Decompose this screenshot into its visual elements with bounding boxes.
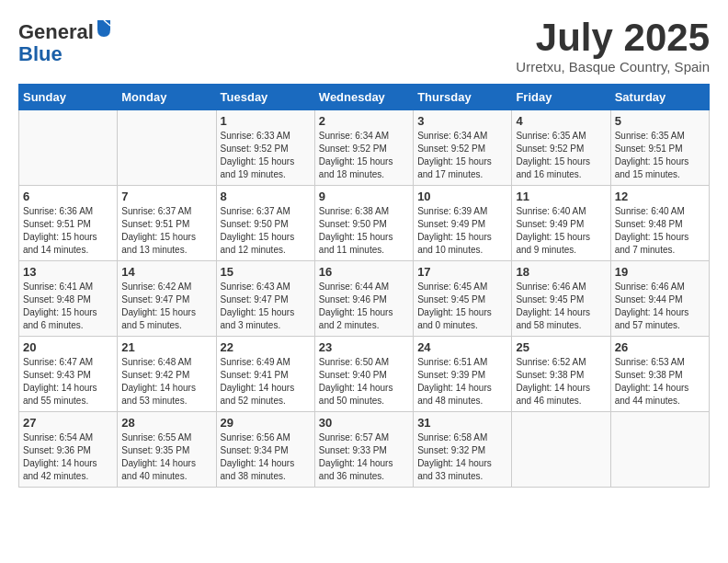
calendar-cell: 29Sunrise: 6:56 AMSunset: 9:34 PMDayligh…: [216, 412, 314, 488]
day-info: Sunrise: 6:46 AMSunset: 9:45 PMDaylight:…: [516, 281, 606, 332]
day-number: 18: [516, 265, 606, 279]
calendar-cell: 7Sunrise: 6:37 AMSunset: 9:51 PMDaylight…: [118, 186, 216, 261]
calendar-cell: 24Sunrise: 6:51 AMSunset: 9:39 PMDayligh…: [414, 337, 512, 412]
calendar-cell: 14Sunrise: 6:42 AMSunset: 9:47 PMDayligh…: [118, 261, 216, 337]
day-number: 3: [417, 114, 507, 128]
weekday-header: Wednesday: [314, 85, 413, 110]
calendar-cell: 4Sunrise: 6:35 AMSunset: 9:52 PMDaylight…: [512, 110, 610, 186]
day-info: Sunrise: 6:37 AMSunset: 9:50 PMDaylight:…: [221, 205, 311, 257]
calendar-cell: 6Sunrise: 6:36 AMSunset: 9:51 PMDaylight…: [19, 186, 118, 261]
day-info: Sunrise: 6:42 AMSunset: 9:47 PMDaylight:…: [121, 281, 211, 332]
day-number: 25: [516, 340, 606, 354]
day-number: 7: [121, 190, 211, 203]
calendar-cell: 2Sunrise: 6:34 AMSunset: 9:52 PMDaylight…: [314, 110, 413, 186]
day-info: Sunrise: 6:49 AMSunset: 9:41 PMDaylight:…: [221, 356, 311, 408]
logo-blue: Blue: [18, 42, 63, 65]
day-number: 4: [516, 114, 606, 128]
day-number: 10: [417, 190, 507, 203]
weekday-header: Thursday: [414, 85, 512, 110]
calendar-cell: 8Sunrise: 6:37 AMSunset: 9:50 PMDaylight…: [216, 186, 314, 261]
day-info: Sunrise: 6:56 AMSunset: 9:34 PMDaylight:…: [221, 431, 311, 483]
day-number: 16: [319, 265, 409, 279]
day-number: 5: [615, 114, 705, 128]
calendar-cell: 17Sunrise: 6:45 AMSunset: 9:45 PMDayligh…: [414, 261, 512, 337]
day-info: Sunrise: 6:47 AMSunset: 9:43 PMDaylight:…: [23, 356, 113, 408]
day-info: Sunrise: 6:34 AMSunset: 9:52 PMDaylight:…: [417, 130, 507, 181]
day-info: Sunrise: 6:58 AMSunset: 9:32 PMDaylight:…: [417, 431, 507, 483]
day-number: 2: [319, 114, 409, 128]
calendar-cell: 21Sunrise: 6:48 AMSunset: 9:42 PMDayligh…: [118, 337, 216, 412]
calendar-cell: [19, 110, 118, 186]
calendar-cell: 20Sunrise: 6:47 AMSunset: 9:43 PMDayligh…: [19, 337, 118, 412]
calendar-week-row: 20Sunrise: 6:47 AMSunset: 9:43 PMDayligh…: [19, 337, 710, 412]
calendar-cell: 22Sunrise: 6:49 AMSunset: 9:41 PMDayligh…: [216, 337, 314, 412]
day-info: Sunrise: 6:39 AMSunset: 9:49 PMDaylight:…: [417, 205, 507, 257]
day-info: Sunrise: 6:54 AMSunset: 9:36 PMDaylight:…: [23, 431, 113, 483]
day-number: 29: [221, 416, 311, 430]
day-number: 27: [23, 416, 113, 430]
calendar-cell: 25Sunrise: 6:52 AMSunset: 9:38 PMDayligh…: [512, 337, 610, 412]
day-number: 12: [615, 190, 705, 203]
day-number: 11: [516, 190, 606, 203]
calendar-cell: 15Sunrise: 6:43 AMSunset: 9:47 PMDayligh…: [216, 261, 314, 337]
day-info: Sunrise: 6:37 AMSunset: 9:51 PMDaylight:…: [121, 205, 211, 257]
day-info: Sunrise: 6:38 AMSunset: 9:50 PMDaylight:…: [319, 205, 409, 257]
calendar-cell: 9Sunrise: 6:38 AMSunset: 9:50 PMDaylight…: [314, 186, 413, 261]
calendar-cell: 16Sunrise: 6:44 AMSunset: 9:46 PMDayligh…: [314, 261, 413, 337]
day-number: 24: [417, 340, 507, 354]
day-info: Sunrise: 6:55 AMSunset: 9:35 PMDaylight:…: [121, 431, 211, 483]
day-number: 15: [221, 265, 311, 279]
calendar-cell: [118, 110, 216, 186]
calendar-cell: 19Sunrise: 6:46 AMSunset: 9:44 PMDayligh…: [610, 261, 709, 337]
day-info: Sunrise: 6:40 AMSunset: 9:49 PMDaylight:…: [516, 205, 606, 257]
calendar-cell: 27Sunrise: 6:54 AMSunset: 9:36 PMDayligh…: [19, 412, 118, 488]
logo-icon: [96, 18, 112, 39]
day-info: Sunrise: 6:40 AMSunset: 9:48 PMDaylight:…: [615, 205, 705, 257]
calendar-cell: [610, 412, 709, 488]
weekday-header: Friday: [512, 85, 610, 110]
calendar-cell: 5Sunrise: 6:35 AMSunset: 9:51 PMDaylight…: [610, 110, 709, 186]
day-number: 30: [319, 416, 409, 430]
day-info: Sunrise: 6:34 AMSunset: 9:52 PMDaylight:…: [319, 130, 409, 181]
calendar-cell: 10Sunrise: 6:39 AMSunset: 9:49 PMDayligh…: [414, 186, 512, 261]
day-info: Sunrise: 6:43 AMSunset: 9:47 PMDaylight:…: [221, 281, 311, 332]
day-number: 19: [615, 265, 705, 279]
day-info: Sunrise: 6:50 AMSunset: 9:40 PMDaylight:…: [319, 356, 409, 408]
day-info: Sunrise: 6:35 AMSunset: 9:51 PMDaylight:…: [615, 130, 705, 181]
day-number: 13: [23, 265, 113, 279]
day-number: 20: [23, 340, 113, 354]
day-number: 22: [221, 340, 311, 354]
calendar-cell: 30Sunrise: 6:57 AMSunset: 9:33 PMDayligh…: [314, 412, 413, 488]
weekday-header: Saturday: [610, 85, 709, 110]
calendar-cell: 13Sunrise: 6:41 AMSunset: 9:48 PMDayligh…: [19, 261, 118, 337]
day-number: 1: [221, 114, 311, 128]
day-number: 21: [121, 340, 211, 354]
day-info: Sunrise: 6:45 AMSunset: 9:45 PMDaylight:…: [417, 281, 507, 332]
day-number: 6: [23, 190, 113, 203]
day-number: 28: [121, 416, 211, 430]
day-info: Sunrise: 6:36 AMSunset: 9:51 PMDaylight:…: [23, 205, 113, 257]
weekday-header: Tuesday: [216, 85, 314, 110]
title-block: July 2025 Urretxu, Basque Country, Spain: [516, 18, 710, 75]
calendar-cell: 18Sunrise: 6:46 AMSunset: 9:45 PMDayligh…: [512, 261, 610, 337]
day-info: Sunrise: 6:57 AMSunset: 9:33 PMDaylight:…: [319, 431, 409, 483]
day-number: 14: [121, 265, 211, 279]
day-number: 26: [615, 340, 705, 354]
weekday-header: Monday: [118, 85, 216, 110]
day-number: 8: [221, 190, 311, 203]
weekday-header-row: SundayMondayTuesdayWednesdayThursdayFrid…: [19, 85, 710, 110]
calendar-week-row: 6Sunrise: 6:36 AMSunset: 9:51 PMDaylight…: [19, 186, 710, 261]
day-info: Sunrise: 6:51 AMSunset: 9:39 PMDaylight:…: [417, 356, 507, 408]
calendar-table: SundayMondayTuesdayWednesdayThursdayFrid…: [18, 84, 710, 488]
calendar-cell: 11Sunrise: 6:40 AMSunset: 9:49 PMDayligh…: [512, 186, 610, 261]
calendar-cell: 3Sunrise: 6:34 AMSunset: 9:52 PMDaylight…: [414, 110, 512, 186]
day-number: 23: [319, 340, 409, 354]
month-title: July 2025: [516, 18, 710, 57]
day-number: 9: [319, 190, 409, 203]
day-info: Sunrise: 6:44 AMSunset: 9:46 PMDaylight:…: [319, 281, 409, 332]
calendar-cell: 28Sunrise: 6:55 AMSunset: 9:35 PMDayligh…: [118, 412, 216, 488]
calendar-week-row: 1Sunrise: 6:33 AMSunset: 9:52 PMDaylight…: [19, 110, 710, 186]
calendar-cell: 26Sunrise: 6:53 AMSunset: 9:38 PMDayligh…: [610, 337, 709, 412]
calendar-cell: 1Sunrise: 6:33 AMSunset: 9:52 PMDaylight…: [216, 110, 314, 186]
calendar-cell: 31Sunrise: 6:58 AMSunset: 9:32 PMDayligh…: [414, 412, 512, 488]
